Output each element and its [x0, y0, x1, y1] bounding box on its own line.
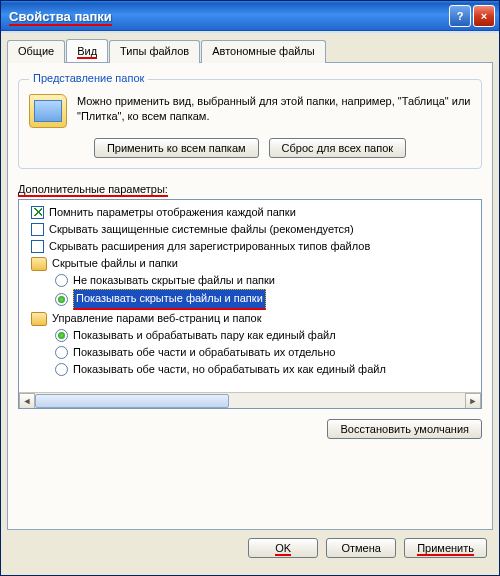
restore-defaults-button[interactable]: Восстановить умолчания: [327, 419, 482, 439]
close-button[interactable]: ×: [473, 5, 495, 27]
radio-icon[interactable]: [55, 274, 68, 287]
scroll-thumb[interactable]: [35, 394, 229, 408]
tree-item[interactable]: Скрывать защищенные системные файлы (рек…: [27, 221, 479, 238]
apply-to-all-button[interactable]: Применить ко всем папкам: [94, 138, 259, 158]
tree-item[interactable]: Помнить параметры отображения каждой пап…: [27, 204, 479, 221]
advanced-settings-tree[interactable]: Помнить параметры отображения каждой пап…: [18, 199, 482, 409]
folder-icon: [31, 257, 47, 271]
tab-strip: Общие Вид Типы файлов Автономные файлы: [7, 39, 493, 62]
tree-item-label: Помнить параметры отображения каждой пап…: [49, 204, 296, 221]
horizontal-scrollbar[interactable]: ◄ ►: [19, 392, 481, 408]
tree-group[interactable]: Управление парами веб-страниц и папок: [27, 310, 479, 327]
checkbox-icon[interactable]: [31, 240, 44, 253]
tree-item-label: Управление парами веб-страниц и папок: [52, 310, 261, 327]
folder-icon: [29, 94, 67, 128]
group-description: Можно применить вид, выбранный для этой …: [77, 94, 471, 124]
radio-icon[interactable]: [55, 363, 68, 376]
tree-item-label: Скрывать защищенные системные файлы (рек…: [49, 221, 354, 238]
tree-item-selected[interactable]: Показывать скрытые файлы и папки: [27, 289, 479, 310]
tree-item-label: Скрытые файлы и папки: [52, 255, 178, 272]
tree-item[interactable]: Не показывать скрытые файлы и папки: [27, 272, 479, 289]
tab-view[interactable]: Вид: [66, 39, 108, 62]
tree-item[interactable]: Показывать обе части и обрабатывать их о…: [27, 344, 479, 361]
radio-icon[interactable]: [55, 346, 68, 359]
tab-panel-view: Представление папок Можно применить вид,…: [7, 62, 493, 530]
radio-icon[interactable]: [55, 293, 68, 306]
tab-general[interactable]: Общие: [7, 40, 65, 63]
reset-all-button[interactable]: Сброс для всех папок: [269, 138, 407, 158]
group-legend: Представление папок: [29, 72, 148, 84]
dialog-buttons: OK Отмена Применить: [7, 530, 493, 558]
tree-item[interactable]: Показывать обе части, но обрабатывать их…: [27, 361, 479, 378]
scroll-track[interactable]: [35, 394, 465, 408]
tree-item-label: Показывать обе части, но обрабатывать их…: [73, 361, 386, 378]
tree-group[interactable]: Скрытые файлы и папки: [27, 255, 479, 272]
folder-icon: [31, 312, 47, 326]
cancel-button[interactable]: Отмена: [326, 538, 396, 558]
dialog-window: Свойства папки ? × Общие Вид Типы файлов…: [0, 0, 500, 576]
checkbox-icon[interactable]: [31, 223, 44, 236]
tree-item-label: Скрывать расширения для зарегистрированн…: [49, 238, 370, 255]
window-title: Свойства папки: [9, 9, 449, 24]
scroll-right-icon[interactable]: ►: [465, 393, 481, 409]
tree-item-label: Показывать скрытые файлы и папки: [73, 289, 266, 310]
tree-item-label: Показывать и обрабатывать пару как едины…: [73, 327, 336, 344]
help-button[interactable]: ?: [449, 5, 471, 27]
tree-item[interactable]: Скрывать расширения для зарегистрированн…: [27, 238, 479, 255]
ok-button[interactable]: OK: [248, 538, 318, 558]
advanced-settings-label: Дополнительные параметры:: [18, 183, 168, 195]
tree-item-label: Показывать обе части и обрабатывать их о…: [73, 344, 335, 361]
tab-offline[interactable]: Автономные файлы: [201, 40, 326, 63]
folder-views-group: Представление папок Можно применить вид,…: [18, 79, 482, 169]
title-bar: Свойства папки ? ×: [1, 1, 499, 31]
radio-icon[interactable]: [55, 329, 68, 342]
tree-item-label: Не показывать скрытые файлы и папки: [73, 272, 275, 289]
apply-button[interactable]: Применить: [404, 538, 487, 558]
dialog-body: Общие Вид Типы файлов Автономные файлы П…: [1, 31, 499, 564]
checkbox-icon[interactable]: [31, 206, 44, 219]
scroll-left-icon[interactable]: ◄: [19, 393, 35, 409]
tab-filetypes[interactable]: Типы файлов: [109, 40, 200, 63]
tree-item[interactable]: Показывать и обрабатывать пару как едины…: [27, 327, 479, 344]
